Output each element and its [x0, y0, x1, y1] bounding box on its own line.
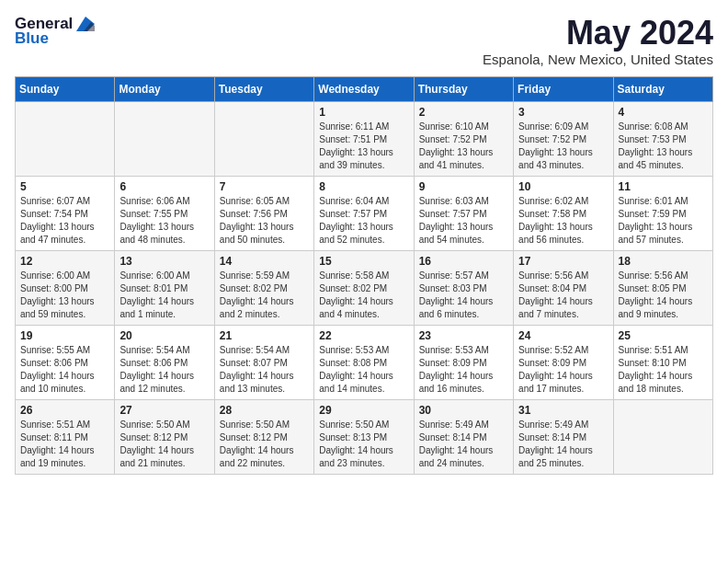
- cell-content: Sunrise: 5:54 AM Sunset: 8:07 PM Dayligh…: [220, 344, 309, 396]
- cell-content: Sunrise: 6:08 AM Sunset: 7:53 PM Dayligh…: [619, 121, 708, 172]
- day-number: 16: [419, 255, 508, 268]
- table-row: [115, 101, 214, 176]
- header: General Blue May 2024 Espanola, New Mexi…: [15, 15, 713, 67]
- col-thursday: Thursday: [414, 76, 513, 101]
- day-number: 10: [518, 180, 608, 193]
- day-number: 14: [220, 255, 309, 268]
- cell-content: Sunrise: 5:51 AM Sunset: 8:10 PM Dayligh…: [619, 344, 708, 396]
- table-row: 28Sunrise: 5:50 AM Sunset: 8:12 PM Dayli…: [214, 399, 313, 474]
- day-number: 22: [319, 329, 408, 342]
- table-row: 25Sunrise: 5:51 AM Sunset: 8:10 PM Dayli…: [613, 325, 712, 399]
- day-number: 24: [518, 329, 608, 342]
- table-row: 15Sunrise: 5:58 AM Sunset: 8:02 PM Dayli…: [314, 250, 414, 325]
- table-row: 1Sunrise: 6:11 AM Sunset: 7:51 PM Daylig…: [314, 101, 414, 176]
- logo: General Blue: [15, 15, 95, 48]
- cell-content: Sunrise: 6:03 AM Sunset: 7:57 PM Dayligh…: [419, 195, 508, 247]
- cell-content: Sunrise: 5:51 AM Sunset: 8:11 PM Dayligh…: [20, 419, 109, 470]
- calendar-week-3: 19Sunrise: 5:55 AM Sunset: 8:06 PM Dayli…: [16, 325, 713, 399]
- day-number: 11: [619, 180, 708, 193]
- table-row: 23Sunrise: 5:53 AM Sunset: 8:09 PM Dayli…: [414, 325, 513, 399]
- cell-content: Sunrise: 5:50 AM Sunset: 8:13 PM Dayligh…: [319, 419, 408, 470]
- col-friday: Friday: [514, 76, 613, 101]
- calendar-week-4: 26Sunrise: 5:51 AM Sunset: 8:11 PM Dayli…: [16, 399, 713, 474]
- cell-content: Sunrise: 6:04 AM Sunset: 7:57 PM Dayligh…: [319, 195, 408, 247]
- cell-content: Sunrise: 6:10 AM Sunset: 7:52 PM Dayligh…: [419, 121, 508, 172]
- cell-content: Sunrise: 6:00 AM Sunset: 8:01 PM Dayligh…: [119, 270, 209, 321]
- table-row: 29Sunrise: 5:50 AM Sunset: 8:13 PM Dayli…: [314, 399, 414, 474]
- day-number: 3: [518, 106, 608, 119]
- day-number: 6: [119, 180, 209, 193]
- table-row: 27Sunrise: 5:50 AM Sunset: 8:12 PM Dayli…: [115, 399, 214, 474]
- cell-content: Sunrise: 5:56 AM Sunset: 8:04 PM Dayligh…: [518, 270, 608, 321]
- cell-content: Sunrise: 6:01 AM Sunset: 7:59 PM Dayligh…: [619, 195, 708, 247]
- cell-content: Sunrise: 5:52 AM Sunset: 8:09 PM Dayligh…: [518, 344, 608, 396]
- day-number: 27: [119, 404, 209, 417]
- title-area: May 2024 Espanola, New Mexico, United St…: [483, 15, 713, 67]
- table-row: 14Sunrise: 5:59 AM Sunset: 8:02 PM Dayli…: [214, 250, 313, 325]
- table-row: 26Sunrise: 5:51 AM Sunset: 8:11 PM Dayli…: [16, 399, 115, 474]
- table-row: 20Sunrise: 5:54 AM Sunset: 8:06 PM Dayli…: [115, 325, 214, 399]
- table-row: 13Sunrise: 6:00 AM Sunset: 8:01 PM Dayli…: [115, 250, 214, 325]
- calendar-week-2: 12Sunrise: 6:00 AM Sunset: 8:00 PM Dayli…: [16, 250, 713, 325]
- table-row: 10Sunrise: 6:02 AM Sunset: 7:58 PM Dayli…: [514, 176, 613, 250]
- day-number: 23: [419, 329, 508, 342]
- cell-content: Sunrise: 5:55 AM Sunset: 8:06 PM Dayligh…: [20, 344, 109, 396]
- table-row: 21Sunrise: 5:54 AM Sunset: 8:07 PM Dayli…: [214, 325, 313, 399]
- col-monday: Monday: [115, 76, 214, 101]
- day-number: 13: [119, 255, 209, 268]
- day-number: 20: [119, 329, 209, 342]
- day-number: 31: [518, 404, 608, 417]
- table-row: 11Sunrise: 6:01 AM Sunset: 7:59 PM Dayli…: [613, 176, 712, 250]
- location: Espanola, New Mexico, United States: [483, 52, 713, 67]
- day-number: 9: [419, 180, 508, 193]
- col-saturday: Saturday: [613, 76, 712, 101]
- day-number: 8: [319, 180, 408, 193]
- table-row: 16Sunrise: 5:57 AM Sunset: 8:03 PM Dayli…: [414, 250, 513, 325]
- table-row: 8Sunrise: 6:04 AM Sunset: 7:57 PM Daylig…: [314, 176, 414, 250]
- day-number: 19: [20, 329, 109, 342]
- month-title: May 2024: [483, 15, 713, 52]
- day-number: 18: [619, 255, 708, 268]
- calendar-table: Sunday Monday Tuesday Wednesday Thursday…: [15, 76, 713, 475]
- header-row: Sunday Monday Tuesday Wednesday Thursday…: [16, 76, 713, 101]
- cell-content: Sunrise: 6:07 AM Sunset: 7:54 PM Dayligh…: [20, 195, 109, 247]
- day-number: 26: [20, 404, 109, 417]
- table-row: [613, 399, 712, 474]
- cell-content: Sunrise: 6:00 AM Sunset: 8:00 PM Dayligh…: [20, 270, 109, 321]
- day-number: 7: [220, 180, 309, 193]
- cell-content: Sunrise: 5:56 AM Sunset: 8:05 PM Dayligh…: [619, 270, 708, 321]
- table-row: [214, 101, 313, 176]
- cell-content: Sunrise: 6:02 AM Sunset: 7:58 PM Dayligh…: [518, 195, 608, 247]
- logo-icon: [76, 17, 95, 31]
- day-number: 4: [619, 106, 708, 119]
- table-row: 17Sunrise: 5:56 AM Sunset: 8:04 PM Dayli…: [514, 250, 613, 325]
- cell-content: Sunrise: 5:49 AM Sunset: 8:14 PM Dayligh…: [518, 419, 608, 470]
- calendar-week-1: 5Sunrise: 6:07 AM Sunset: 7:54 PM Daylig…: [16, 176, 713, 250]
- cell-content: Sunrise: 5:58 AM Sunset: 8:02 PM Dayligh…: [319, 270, 408, 321]
- day-number: 15: [319, 255, 408, 268]
- cell-content: Sunrise: 5:49 AM Sunset: 8:14 PM Dayligh…: [419, 419, 508, 470]
- table-row: 9Sunrise: 6:03 AM Sunset: 7:57 PM Daylig…: [414, 176, 513, 250]
- calendar-week-0: 1Sunrise: 6:11 AM Sunset: 7:51 PM Daylig…: [16, 101, 713, 176]
- logo-blue: Blue: [15, 29, 49, 48]
- table-row: 2Sunrise: 6:10 AM Sunset: 7:52 PM Daylig…: [414, 101, 513, 176]
- day-number: 5: [20, 180, 109, 193]
- table-row: 5Sunrise: 6:07 AM Sunset: 7:54 PM Daylig…: [16, 176, 115, 250]
- cell-content: Sunrise: 6:11 AM Sunset: 7:51 PM Dayligh…: [319, 121, 408, 172]
- cell-content: Sunrise: 6:09 AM Sunset: 7:52 PM Dayligh…: [518, 121, 608, 172]
- cell-content: Sunrise: 6:05 AM Sunset: 7:56 PM Dayligh…: [220, 195, 309, 247]
- day-number: 30: [419, 404, 508, 417]
- cell-content: Sunrise: 5:53 AM Sunset: 8:08 PM Dayligh…: [319, 344, 408, 396]
- table-row: 24Sunrise: 5:52 AM Sunset: 8:09 PM Dayli…: [514, 325, 613, 399]
- cell-content: Sunrise: 5:54 AM Sunset: 8:06 PM Dayligh…: [119, 344, 209, 396]
- day-number: 12: [20, 255, 109, 268]
- day-number: 2: [419, 106, 508, 119]
- day-number: 25: [619, 329, 708, 342]
- day-number: 1: [319, 106, 408, 119]
- table-row: 6Sunrise: 6:06 AM Sunset: 7:55 PM Daylig…: [115, 176, 214, 250]
- table-row: 18Sunrise: 5:56 AM Sunset: 8:05 PM Dayli…: [613, 250, 712, 325]
- day-number: 29: [319, 404, 408, 417]
- cell-content: Sunrise: 5:50 AM Sunset: 8:12 PM Dayligh…: [119, 419, 209, 470]
- table-row: 30Sunrise: 5:49 AM Sunset: 8:14 PM Dayli…: [414, 399, 513, 474]
- day-number: 28: [220, 404, 309, 417]
